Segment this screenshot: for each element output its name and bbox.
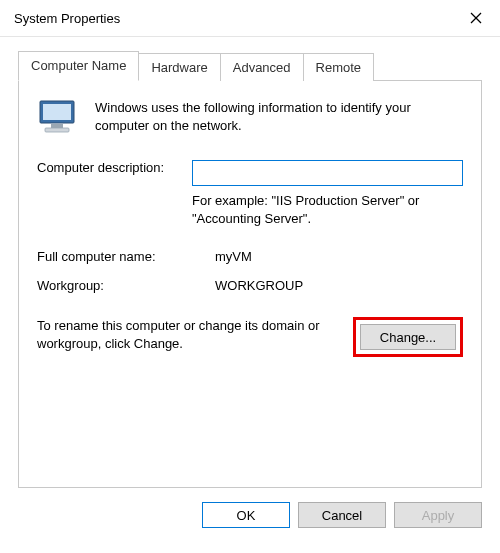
dialog-button-bar: OK Cancel Apply <box>0 488 500 542</box>
tab-advanced[interactable]: Advanced <box>221 53 304 81</box>
workgroup-row: Workgroup: WORKGROUP <box>37 274 463 293</box>
fullname-row: Full computer name: myVM <box>37 245 463 264</box>
titlebar: System Properties <box>0 0 500 37</box>
svg-rect-5 <box>45 128 69 132</box>
svg-rect-4 <box>51 124 63 128</box>
change-button-highlight: Change... <box>353 317 463 357</box>
cancel-button[interactable]: Cancel <box>298 502 386 528</box>
apply-button: Apply <box>394 502 482 528</box>
computer-icon <box>37 99 81 140</box>
rename-text: To rename this computer or change its do… <box>37 317 341 352</box>
svg-rect-3 <box>43 104 71 120</box>
workgroup-label: Workgroup: <box>37 274 215 293</box>
fullname-value: myVM <box>215 245 463 264</box>
tab-computer-name[interactable]: Computer Name <box>18 51 139 81</box>
rename-section: To rename this computer or change its do… <box>37 317 463 357</box>
change-button[interactable]: Change... <box>360 324 456 350</box>
tab-strip: Computer Name Hardware Advanced Remote <box>18 51 482 80</box>
tab-remote[interactable]: Remote <box>304 53 375 81</box>
description-label: Computer description: <box>37 156 192 175</box>
description-input[interactable] <box>192 160 463 186</box>
description-row: Computer description: <box>37 156 463 186</box>
tab-panel-computer-name: Windows uses the following information t… <box>18 80 482 488</box>
tab-hardware[interactable]: Hardware <box>139 53 220 81</box>
dialog-content: Computer Name Hardware Advanced Remote W… <box>0 37 500 488</box>
intro-text: Windows uses the following information t… <box>95 99 463 134</box>
description-example: For example: "IIS Production Server" or … <box>192 192 463 227</box>
close-icon <box>470 12 482 24</box>
ok-button[interactable]: OK <box>202 502 290 528</box>
workgroup-value: WORKGROUP <box>215 274 463 293</box>
intro-row: Windows uses the following information t… <box>37 99 463 140</box>
window-title: System Properties <box>14 11 120 26</box>
fullname-label: Full computer name: <box>37 245 215 264</box>
close-button[interactable] <box>466 8 486 28</box>
